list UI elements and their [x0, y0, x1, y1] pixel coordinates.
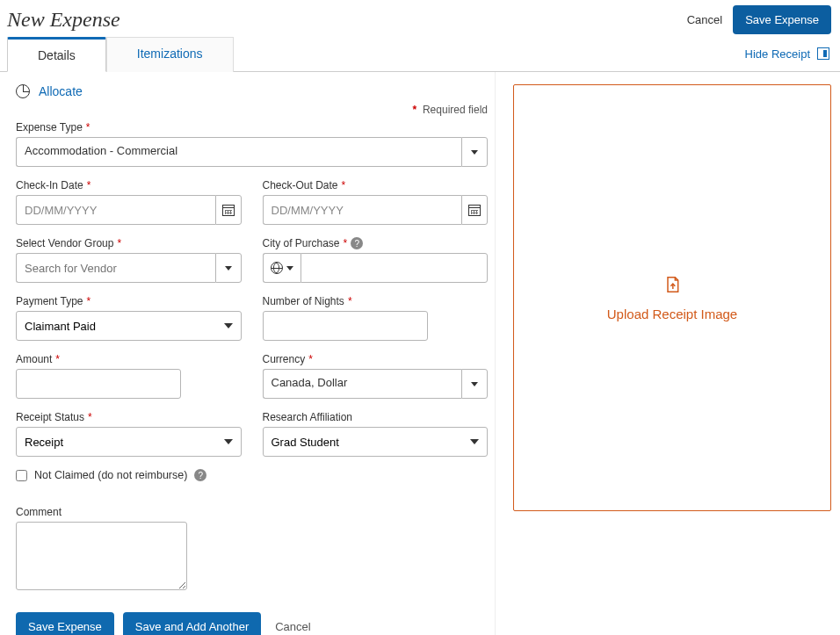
amount-input[interactable] [16, 369, 181, 399]
label-comment: Comment [16, 506, 488, 518]
allocate-row: Allocate [16, 84, 488, 98]
label-expense-type: Expense Type* [16, 121, 488, 133]
field-comment: Comment [16, 506, 488, 593]
tab-details[interactable]: Details [7, 37, 106, 72]
check-in-input[interactable] [16, 195, 215, 225]
research-affiliation-select[interactable]: Grad Student [263, 427, 489, 457]
payment-type-select[interactable]: Claimant Paid [16, 311, 242, 341]
calendar-icon [468, 205, 481, 216]
receipt-column: Upload Receipt Image [513, 72, 831, 635]
expense-type-select[interactable]: Accommodation - Commercial [16, 137, 488, 167]
chevron-down-icon [471, 382, 478, 386]
form-column: Allocate * Required field Expense Type* … [9, 72, 496, 635]
field-currency: Currency* Canada, Dollar [263, 353, 489, 399]
tabs-row: Details Itemizations Hide Receipt [0, 36, 840, 72]
hide-receipt-toggle[interactable]: Hide Receipt [745, 42, 829, 66]
label-city: City of Purchase*? [263, 237, 489, 249]
label-amount: Amount* [16, 353, 242, 365]
field-research-affiliation: Research Affiliation Grad Student [263, 411, 489, 457]
label-vendor-group: Select Vendor Group* [16, 237, 242, 249]
label-currency: Currency* [263, 353, 489, 365]
field-city: City of Purchase*? [263, 237, 489, 283]
calendar-icon [222, 205, 235, 216]
save-expense-button-bottom[interactable]: Save Expense [16, 612, 114, 635]
hide-receipt-label: Hide Receipt [745, 47, 810, 61]
globe-icon [271, 262, 283, 274]
currency-value: Canada, Dollar [263, 369, 462, 399]
field-not-claimed: Not Claimed (do not reimburse) ? [16, 469, 488, 481]
expense-type-value: Accommodation - Commercial [16, 137, 461, 167]
save-expense-button[interactable]: Save Expense [733, 5, 831, 34]
city-locale-button[interactable] [263, 253, 301, 283]
city-input[interactable] [301, 253, 489, 283]
currency-select[interactable]: Canada, Dollar [263, 369, 489, 399]
header: New Expense Cancel Save Expense [0, 0, 840, 34]
label-not-claimed: Not Claimed (do not reimburse) [34, 469, 187, 481]
check-out-calendar-button[interactable] [461, 195, 488, 225]
cancel-link-bottom[interactable]: Cancel [275, 620, 310, 633]
chevron-down-icon [225, 266, 232, 271]
label-check-out: Check-Out Date* [263, 179, 489, 191]
field-receipt-status: Receipt Status* Receipt [16, 411, 242, 457]
field-vendor-group: Select Vendor Group* [16, 237, 242, 283]
required-field-note: * Required field [16, 104, 488, 116]
allocate-icon [16, 84, 30, 98]
currency-dropdown-button[interactable] [461, 369, 488, 399]
check-in-calendar-button[interactable] [215, 195, 242, 225]
not-claimed-checkbox[interactable] [16, 470, 27, 481]
upload-receipt-dropzone[interactable]: Upload Receipt Image [513, 84, 831, 511]
upload-receipt-label: Upload Receipt Image [607, 307, 737, 321]
field-check-in: Check-In Date* [16, 179, 242, 225]
receipt-status-select[interactable]: Receipt [16, 427, 242, 457]
chevron-down-icon [286, 266, 293, 271]
label-nights: Number of Nights* [263, 295, 489, 307]
field-payment-type: Payment Type* Claimant Paid [16, 295, 242, 341]
check-out-input[interactable] [263, 195, 462, 225]
tab-itemizations[interactable]: Itemizations [106, 37, 234, 72]
label-research-affiliation: Research Affiliation [263, 411, 489, 423]
header-actions: Cancel Save Expense [687, 5, 831, 34]
field-amount: Amount* [16, 353, 242, 399]
nights-input[interactable] [263, 311, 428, 341]
field-nights: Number of Nights* [263, 295, 489, 341]
help-icon[interactable]: ? [194, 469, 206, 481]
field-check-out: Check-Out Date* [263, 179, 489, 225]
label-check-in: Check-In Date* [16, 179, 242, 191]
allocate-link[interactable]: Allocate [39, 84, 83, 98]
vendor-group-select[interactable] [16, 253, 242, 283]
vendor-group-input[interactable] [16, 253, 215, 283]
comment-textarea[interactable] [16, 522, 187, 590]
content: Allocate * Required field Expense Type* … [0, 72, 840, 635]
expense-type-dropdown-button[interactable] [461, 137, 488, 167]
bottom-actions: Save Expense Save and Add Another Cancel [16, 612, 488, 635]
label-receipt-status: Receipt Status* [16, 411, 242, 423]
vendor-group-dropdown-button[interactable] [215, 253, 242, 283]
receipt-upload-icon [663, 275, 681, 294]
help-icon[interactable]: ? [351, 237, 363, 249]
label-payment-type: Payment Type* [16, 295, 242, 307]
cancel-link[interactable]: Cancel [687, 13, 722, 26]
page-title: New Expense [7, 8, 120, 32]
field-expense-type: Expense Type* Accommodation - Commercial [16, 121, 488, 167]
tabs: Details Itemizations [7, 36, 234, 71]
panel-collapse-icon [817, 47, 829, 60]
chevron-down-icon [471, 150, 478, 155]
save-and-add-another-button[interactable]: Save and Add Another [123, 612, 261, 635]
